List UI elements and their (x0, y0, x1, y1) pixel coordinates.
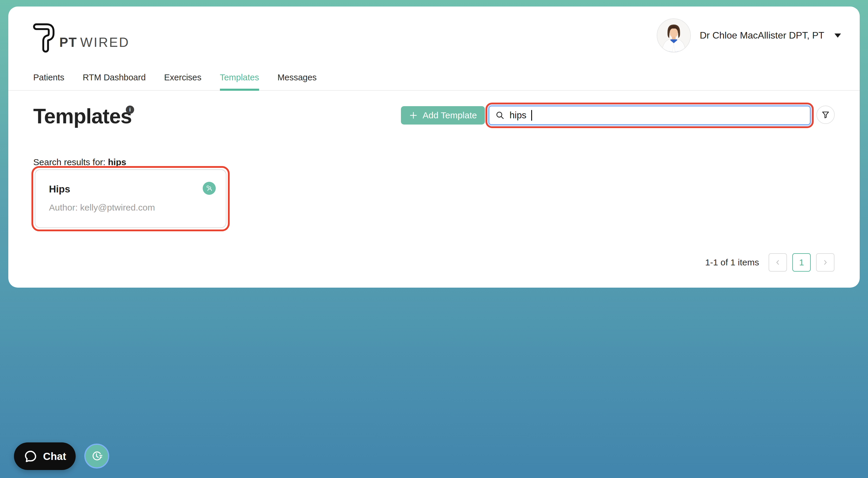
history-fab-button[interactable] (84, 444, 109, 469)
chevron-right-icon (822, 259, 829, 266)
results-prefix: Search results for: (33, 157, 108, 167)
brand-bold: PT (59, 35, 77, 49)
brand-wordmark: PTWIRED (59, 35, 130, 50)
template-card-author: Author: kelly@ptwired.com (49, 203, 155, 213)
shared-template-badge[interactable] (203, 182, 216, 195)
add-template-button[interactable]: Add Template (401, 106, 485, 125)
chat-bubble-icon (24, 449, 38, 464)
pagination: 1-1 of 1 items 1 (705, 253, 834, 272)
pagination-next-button[interactable] (816, 253, 834, 272)
tab-templates[interactable]: Templates (220, 73, 259, 91)
avatar[interactable] (657, 19, 691, 53)
add-template-label: Add Template (423, 110, 477, 121)
search-value: hips (509, 110, 526, 121)
user-menu[interactable]: Dr Chloe MacAllister DPT, PT (657, 19, 841, 53)
tab-messages[interactable]: Messages (277, 73, 317, 90)
chat-button[interactable]: Chat (14, 442, 76, 470)
search-results-label: Search results for: hips (33, 157, 126, 167)
caret-down-icon (834, 34, 841, 38)
info-icon[interactable]: i (126, 106, 134, 114)
filter-button[interactable] (816, 106, 835, 124)
brand-light: WIRED (80, 35, 130, 49)
tab-exercises[interactable]: Exercises (164, 73, 202, 90)
chat-label: Chat (43, 450, 66, 462)
chevron-left-icon (774, 259, 781, 266)
people-icon (205, 184, 213, 192)
ptwired-logo-icon (32, 20, 55, 58)
result-card-annotation-highlight: Hips Author: kelly@ptwired.com (31, 166, 230, 231)
template-card-title: Hips (49, 183, 70, 195)
main-nav: Patients RTM Dashboard Exercises Templat… (8, 65, 860, 91)
filter-funnel-icon (821, 110, 830, 119)
clock-history-icon (90, 449, 103, 463)
template-card[interactable]: Hips Author: kelly@ptwired.com (35, 169, 226, 228)
search-icon (495, 111, 505, 120)
search-input[interactable]: hips (489, 106, 811, 125)
tab-patients[interactable]: Patients (33, 73, 64, 90)
main-panel: PTWIRED Dr Chloe MacAllister DPT, PT Pat… (8, 6, 860, 287)
plus-icon (409, 111, 418, 120)
pagination-prev-button[interactable] (769, 253, 787, 272)
text-cursor (531, 110, 532, 121)
page-title: Templates (33, 104, 132, 128)
tab-rtm-dashboard[interactable]: RTM Dashboard (83, 73, 146, 90)
results-query: hips (108, 157, 126, 167)
pagination-summary: 1-1 of 1 items (705, 258, 759, 268)
user-name: Dr Chloe MacAllister DPT, PT (700, 30, 825, 41)
pagination-page-1-button[interactable]: 1 (792, 253, 811, 272)
search-annotation-highlight: hips (486, 103, 814, 128)
